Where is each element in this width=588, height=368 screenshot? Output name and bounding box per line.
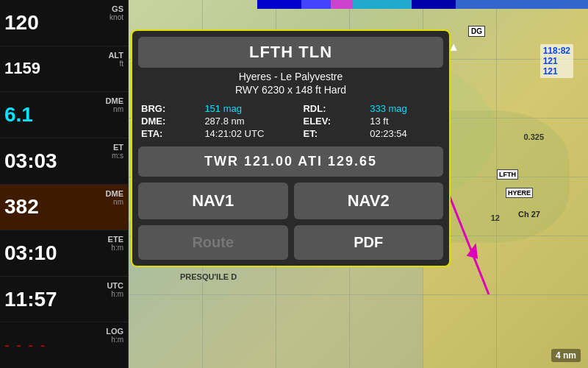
gs-value: 120 [4,13,39,33]
et-label-unit: m:s [112,152,123,160]
alt-label-main: ALT [108,51,123,60]
dme2-label: DME nm [106,186,123,229]
map-number-2: 12 [491,213,500,222]
eta-label: ETA: [141,128,198,139]
airport-info-modal: LFTH TLN Hyeres - Le Palyvestre RWY 6230… [131,29,451,267]
elev-value: 13 ft [370,116,440,127]
modal-freq-bar: TWR 121.00 ATI 129.65 [138,146,443,177]
ete-label-unit: h:m [111,244,123,252]
utc-label-main: UTC [107,281,123,290]
modal-title-bar: LFTH TLN [138,37,443,68]
sidebar-row-utc: 11:57 UTC h:m [0,277,128,323]
map-number-3: PRESQU'ILE D [180,272,237,281]
top-color-strips [257,0,588,9]
modal-subtitle: Hyeres - Le Palyvestre [132,71,449,82]
map-number-1: 0.325 [523,132,544,141]
et-info-value: 02:23:54 [370,128,440,139]
sidebar-row-et: 03:03 ET m:s [0,138,128,185]
nav2-button[interactable]: NAV2 [294,183,444,219]
utc-label-unit: h:m [111,290,123,298]
gs-label-main: GS [112,4,123,13]
brg-label: BRG: [141,103,198,114]
dme-info-value: 287.8 nm [204,116,297,127]
dme-label: DME nm [106,93,123,136]
left-sidebar: 120 GS knot 1159 ALT ft 6.1 DME nm 03:03… [0,0,129,368]
route-button[interactable]: Route [138,225,288,260]
dme-value: 6.1 [4,105,33,125]
rdl-label: RDL: [303,103,364,114]
ete-label-main: ETE [108,235,123,244]
sidebar-row-alt: 1159 ALT ft [0,46,128,93]
modal-info-grid: BRG: 151 mag RDL: 333 mag DME: 287.8 nm … [132,100,449,144]
sidebar-row-log: - - - - LOG h:m [0,322,128,368]
et-label: ET m:s [112,140,123,183]
elev-label: ELEV: [303,116,364,127]
dme2-value: 382 [4,197,39,217]
dme2-label-main: DME [106,189,123,198]
dg-label: DG [468,26,485,37]
modal-nav-row: NAV1 NAV2 [132,180,449,222]
et-info-label: ET: [303,128,364,139]
hyeres-airport-label: HYERE [506,188,533,198]
alt-label-unit: ft [119,60,123,68]
eta-value: 14:21:02 UTC [204,128,297,139]
brg-value: 151 mag [204,103,297,114]
modal-bottom-row: Route PDF [132,222,449,266]
scale-indicator: 4 nm [551,349,581,362]
alt-value: 1159 [4,60,40,77]
lfth-airport-label: LFTH [497,169,518,180]
sidebar-row-dme2: 382 DME nm [0,185,128,231]
log-dashes: - - - - [4,337,46,354]
sidebar-row-gs: 120 GS knot [0,0,128,46]
modal-rwy: RWY 6230 x 148 ft Hard [132,84,449,96]
log-label: LOG h:m [106,324,123,367]
sidebar-row-ete: 03:10 ETE h:m [0,230,128,277]
utc-label: UTC h:m [107,278,123,321]
dme-info-label: DME: [141,116,198,127]
utc-value: 11:57 [4,289,57,310]
dme-label-unit: nm [113,105,123,113]
pdf-button[interactable]: PDF [294,225,444,260]
rdl-value: 333 mag [370,103,440,114]
gs-label-unit: knot [110,13,123,21]
log-label-unit: h:m [111,336,123,344]
freq-display: 118:82121121 [540,44,573,78]
modal-title: LFTH TLN [249,43,332,61]
et-label-main: ET [113,143,123,152]
et-value: 03:03 [4,151,57,171]
gs-label: GS knot [110,1,123,44]
ch27-label: Ch 27 [518,210,540,219]
dme2-label-unit: nm [113,198,123,206]
alt-label: ALT ft [108,48,123,91]
ete-label: ETE h:m [108,232,123,275]
svg-marker-1 [467,241,482,258]
log-label-main: LOG [106,327,123,336]
ete-value: 03:10 [4,243,57,263]
nav1-button[interactable]: NAV1 [138,183,288,219]
dme-label-main: DME [106,96,123,105]
sidebar-row-dme: 6.1 DME nm [0,92,128,138]
